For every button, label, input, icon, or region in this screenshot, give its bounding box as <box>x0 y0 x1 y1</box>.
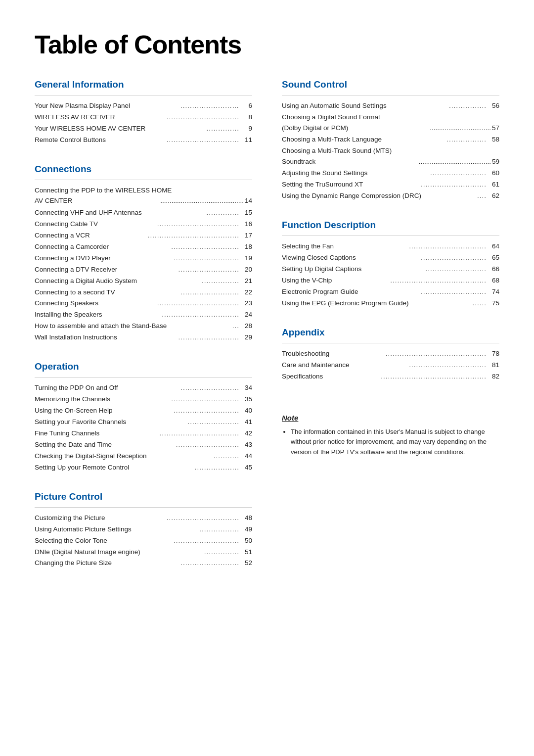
section-title-operation: Operation <box>35 361 252 372</box>
toc-item: Connecting Speakers ....................… <box>35 298 252 309</box>
toc-item: Setting Up Digital Captions ............… <box>282 264 499 275</box>
toc-item: Your WIRELESS HOME AV CENTER ...........… <box>35 123 252 135</box>
toc-item: Connecting a Digital Audio System ......… <box>35 276 252 287</box>
toc-item: Connecting the PDP to the WIRELESS HOME … <box>35 185 252 206</box>
toc-item: Choosing a Multi-Track Sound (MTS) Sound… <box>282 145 499 167</box>
toc-item: Changing the Picture Size ..............… <box>35 558 252 569</box>
toc-item: Electronic Program Guide ...............… <box>282 286 499 298</box>
toc-item: Connecting Cable TV ....................… <box>35 219 252 230</box>
toc-item: DNIe (Digital Natural Image engine) ....… <box>35 547 252 558</box>
toc-item: Remote Control Buttons .................… <box>35 135 252 146</box>
section-title-general: General Information <box>35 79 252 90</box>
toc-item: Connecting a Camcorder .................… <box>35 241 252 253</box>
toc-item: Adjusting the Sound Settings ...........… <box>282 168 499 179</box>
toc-item: Connecting a DTV Receiver ..............… <box>35 264 252 276</box>
section-title-picture: Picture Control <box>35 491 252 502</box>
section-general-information: General Information Your New Plasma Disp… <box>35 79 252 146</box>
section-title-connections: Connections <box>35 164 252 175</box>
toc-item: Using the EPG (Electronic Program Guide)… <box>282 298 499 309</box>
toc-item: Your New Plasma Display Panel ..........… <box>35 100 252 112</box>
section-title-sound: Sound Control <box>282 79 499 90</box>
page-title: Table of Contents <box>35 30 499 59</box>
section-appendix: Appendix Troubleshooting ...............… <box>282 327 499 382</box>
section-function-description: Function Description Selecting the Fan .… <box>282 220 499 309</box>
toc-item: Choosing a Digital Sound Format (Dolby D… <box>282 112 499 133</box>
toc-item: Connecting to a second TV ..............… <box>35 287 252 298</box>
toc-item: Care and Maintenance ...................… <box>282 360 499 371</box>
note-box: Note The information contained in this U… <box>282 412 499 458</box>
toc-item: Setting your Favorite Channels .........… <box>35 417 252 428</box>
toc-item: Checking the Digital-Signal Reception ..… <box>35 451 252 462</box>
toc-item: Using an Automatic Sound Settings ......… <box>282 100 499 112</box>
toc-item: Connecting VHF and UHF Antennas ........… <box>35 207 252 219</box>
toc-item: WIRELESS AV RECEIVER ...................… <box>35 112 252 123</box>
toc-item: Wall Installation Instructions .........… <box>35 332 252 343</box>
note-title: Note <box>282 412 499 424</box>
note-text: The information contained in this User's… <box>291 427 499 458</box>
toc-item: Memorizing the Channels ................… <box>35 394 252 405</box>
toc-item: Selecting the Color Tone ...............… <box>35 535 252 547</box>
toc-item: Installing the Speakers ................… <box>35 309 252 321</box>
toc-item: Setting Up your Remote Control .........… <box>35 462 252 473</box>
section-picture-control: Picture Control Customizing the Picture … <box>35 491 252 569</box>
toc-item: Troubleshooting ........................… <box>282 348 499 360</box>
toc-item: Using the On-Screen Help ...............… <box>35 405 252 417</box>
toc-item: Setting the TruSurround XT .............… <box>282 179 499 190</box>
toc-item: Specifications .........................… <box>282 371 499 382</box>
section-title-appendix: Appendix <box>282 327 499 338</box>
toc-item: Customizing the Picture ................… <box>35 513 252 524</box>
section-sound-control: Sound Control Using an Automatic Sound S… <box>282 79 499 202</box>
toc-item: Using the V-Chip .......................… <box>282 275 499 286</box>
section-title-function: Function Description <box>282 220 499 231</box>
section-connections: Connections Connecting the PDP to the WI… <box>35 164 252 343</box>
toc-item: Connecting a DVD Player ................… <box>35 253 252 264</box>
section-operation: Operation Turning the PDP On and Off ...… <box>35 361 252 473</box>
toc-item: Viewing Closed Captions ................… <box>282 252 499 264</box>
toc-item: Using the Dynamic Range Compression (DRC… <box>282 190 499 202</box>
toc-item: Selecting the Fan ......................… <box>282 241 499 252</box>
toc-item: How to assemble and attach the Stand-Bas… <box>35 321 252 332</box>
toc-item: Turning the PDP On and Off .............… <box>35 382 252 394</box>
toc-item: Choosing a Multi-Track Language ........… <box>282 134 499 145</box>
toc-item: Setting the Date and Time ..............… <box>35 439 252 451</box>
toc-item: Connecting a VCR .......................… <box>35 230 252 241</box>
toc-item: Fine Tuning Channels ...................… <box>35 428 252 439</box>
toc-item: Using Automatic Picture Settings .......… <box>35 524 252 535</box>
